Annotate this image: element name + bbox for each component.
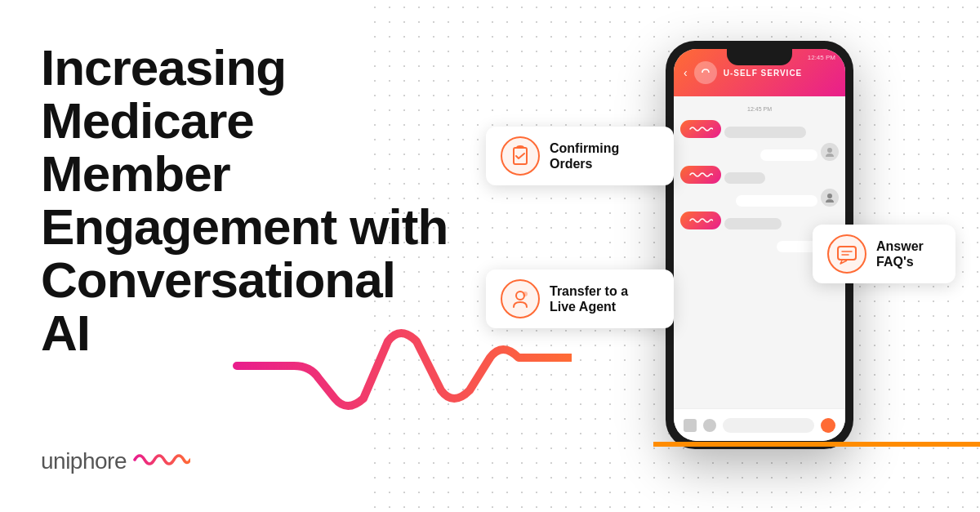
logo-area: uniphore <box>41 447 190 475</box>
title-line1: Increasing <box>41 39 286 96</box>
chat-bubble-4 <box>736 195 817 207</box>
phone-header-avatar <box>694 61 717 84</box>
faq-card: AnswerFAQ's <box>813 225 956 283</box>
svg-rect-6 <box>838 247 856 260</box>
title-line3: Engagement with <box>41 198 448 255</box>
bot-avatar-3 <box>680 211 721 229</box>
bot-avatar-1 <box>680 120 721 138</box>
phone-notch <box>727 49 792 65</box>
title-line4: Conversational AI <box>41 252 395 361</box>
message-input <box>723 418 814 433</box>
confirming-orders-card: ConfirmingOrders <box>486 127 674 185</box>
attach-icon <box>703 419 716 432</box>
confirming-orders-label: ConfirmingOrders <box>550 140 619 171</box>
user-avatar-2 <box>821 189 839 207</box>
phone-time: 12:45 PM <box>808 54 835 61</box>
agent-icon <box>509 287 532 310</box>
faq-icon-circle <box>827 234 866 274</box>
svg-point-0 <box>827 148 832 153</box>
chat-bubble-icon <box>835 243 858 265</box>
bot-avatar-2 <box>680 166 721 184</box>
transfer-icon-circle <box>501 279 540 318</box>
svg-point-5 <box>523 292 528 296</box>
user-avatar-1 <box>821 143 839 161</box>
clipboard-check-icon <box>509 145 532 167</box>
left-content: Increasing Medicare Member Engagement wi… <box>41 41 449 360</box>
faq-label: AnswerFAQ's <box>876 238 924 269</box>
phone-header-title: U-SELF SERVICE <box>724 69 803 78</box>
transfer-label: Transfer to aLive Agent <box>550 283 628 314</box>
title-line2: Medicare Member <box>41 92 254 202</box>
transfer-card: Transfer to aLive Agent <box>486 269 674 328</box>
main-title: Increasing Medicare Member Engagement wi… <box>41 41 449 360</box>
chat-bubble-3 <box>724 172 765 184</box>
confirming-icon-circle <box>501 136 540 176</box>
chat-time: 12:45 PM <box>680 106 839 112</box>
svg-point-1 <box>827 194 832 198</box>
chat-row-3 <box>680 166 839 184</box>
chat-bubble-5 <box>724 218 782 229</box>
chat-row-1 <box>680 120 839 138</box>
orange-accent-line <box>653 442 980 447</box>
chat-bubble-6 <box>777 241 817 252</box>
chat-row-4 <box>680 189 839 207</box>
chat-bubble-1 <box>724 127 806 138</box>
phone-bottom-bar <box>674 408 845 441</box>
camera-icon <box>684 419 697 432</box>
send-button <box>821 418 835 433</box>
logo-text: uniphore <box>41 448 127 474</box>
chat-row-2 <box>680 143 839 161</box>
chat-bubble-2 <box>760 149 817 161</box>
logo-wave-icon <box>133 447 190 475</box>
back-icon: ‹ <box>684 66 688 79</box>
